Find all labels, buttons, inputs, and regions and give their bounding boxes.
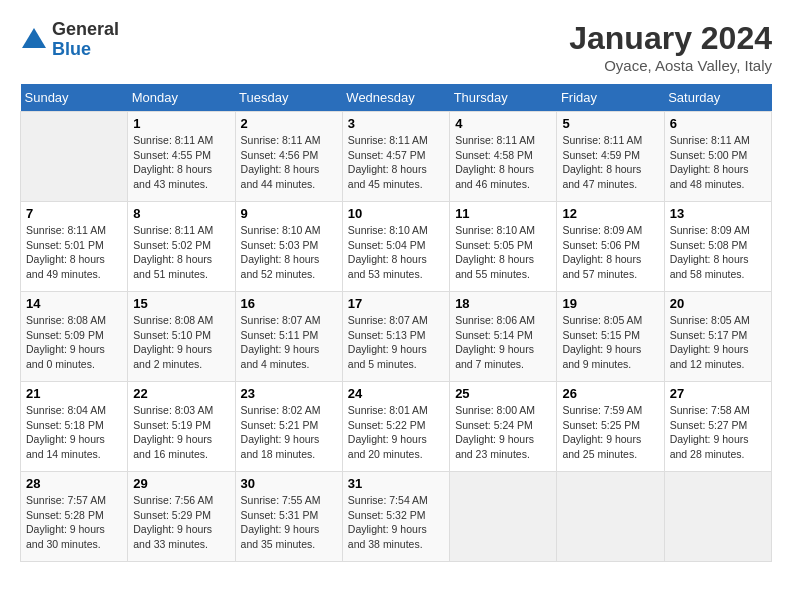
- calendar-cell: 1Sunrise: 8:11 AMSunset: 4:55 PMDaylight…: [128, 112, 235, 202]
- calendar-cell: [664, 472, 771, 562]
- calendar-cell: 27Sunrise: 7:58 AMSunset: 5:27 PMDayligh…: [664, 382, 771, 472]
- calendar-cell: 9Sunrise: 8:10 AMSunset: 5:03 PMDaylight…: [235, 202, 342, 292]
- day-info: Sunrise: 8:07 AMSunset: 5:11 PMDaylight:…: [241, 313, 337, 372]
- day-header-wednesday: Wednesday: [342, 84, 449, 112]
- day-info: Sunrise: 8:08 AMSunset: 5:09 PMDaylight:…: [26, 313, 122, 372]
- day-number: 12: [562, 206, 658, 221]
- svg-marker-0: [22, 28, 46, 48]
- day-info: Sunrise: 8:11 AMSunset: 4:57 PMDaylight:…: [348, 133, 444, 192]
- day-number: 13: [670, 206, 766, 221]
- calendar-cell: 19Sunrise: 8:05 AMSunset: 5:15 PMDayligh…: [557, 292, 664, 382]
- calendar-cell: 11Sunrise: 8:10 AMSunset: 5:05 PMDayligh…: [450, 202, 557, 292]
- day-info: Sunrise: 7:54 AMSunset: 5:32 PMDaylight:…: [348, 493, 444, 552]
- calendar-cell: 16Sunrise: 8:07 AMSunset: 5:11 PMDayligh…: [235, 292, 342, 382]
- calendar-cell: 8Sunrise: 8:11 AMSunset: 5:02 PMDaylight…: [128, 202, 235, 292]
- day-info: Sunrise: 7:55 AMSunset: 5:31 PMDaylight:…: [241, 493, 337, 552]
- week-row: 14Sunrise: 8:08 AMSunset: 5:09 PMDayligh…: [21, 292, 772, 382]
- day-info: Sunrise: 8:11 AMSunset: 4:58 PMDaylight:…: [455, 133, 551, 192]
- location: Oyace, Aosta Valley, Italy: [569, 57, 772, 74]
- calendar-cell: 26Sunrise: 7:59 AMSunset: 5:25 PMDayligh…: [557, 382, 664, 472]
- day-info: Sunrise: 8:08 AMSunset: 5:10 PMDaylight:…: [133, 313, 229, 372]
- day-info: Sunrise: 7:59 AMSunset: 5:25 PMDaylight:…: [562, 403, 658, 462]
- day-number: 4: [455, 116, 551, 131]
- day-number: 28: [26, 476, 122, 491]
- day-info: Sunrise: 8:10 AMSunset: 5:04 PMDaylight:…: [348, 223, 444, 282]
- day-info: Sunrise: 8:06 AMSunset: 5:14 PMDaylight:…: [455, 313, 551, 372]
- day-number: 22: [133, 386, 229, 401]
- day-number: 29: [133, 476, 229, 491]
- calendar-cell: 12Sunrise: 8:09 AMSunset: 5:06 PMDayligh…: [557, 202, 664, 292]
- day-info: Sunrise: 8:07 AMSunset: 5:13 PMDaylight:…: [348, 313, 444, 372]
- day-number: 11: [455, 206, 551, 221]
- day-header-thursday: Thursday: [450, 84, 557, 112]
- day-number: 3: [348, 116, 444, 131]
- calendar-cell: 21Sunrise: 8:04 AMSunset: 5:18 PMDayligh…: [21, 382, 128, 472]
- calendar-cell: 22Sunrise: 8:03 AMSunset: 5:19 PMDayligh…: [128, 382, 235, 472]
- calendar-cell: 14Sunrise: 8:08 AMSunset: 5:09 PMDayligh…: [21, 292, 128, 382]
- day-info: Sunrise: 8:05 AMSunset: 5:15 PMDaylight:…: [562, 313, 658, 372]
- calendar-cell: 23Sunrise: 8:02 AMSunset: 5:21 PMDayligh…: [235, 382, 342, 472]
- day-info: Sunrise: 8:05 AMSunset: 5:17 PMDaylight:…: [670, 313, 766, 372]
- day-info: Sunrise: 8:11 AMSunset: 5:01 PMDaylight:…: [26, 223, 122, 282]
- day-number: 6: [670, 116, 766, 131]
- month-title: January 2024: [569, 20, 772, 57]
- week-row: 28Sunrise: 7:57 AMSunset: 5:28 PMDayligh…: [21, 472, 772, 562]
- day-info: Sunrise: 8:11 AMSunset: 5:02 PMDaylight:…: [133, 223, 229, 282]
- calendar-cell: 3Sunrise: 8:11 AMSunset: 4:57 PMDaylight…: [342, 112, 449, 202]
- calendar-table: SundayMondayTuesdayWednesdayThursdayFrid…: [20, 84, 772, 562]
- calendar-cell: 6Sunrise: 8:11 AMSunset: 5:00 PMDaylight…: [664, 112, 771, 202]
- logo-blue: Blue: [52, 40, 119, 60]
- day-number: 27: [670, 386, 766, 401]
- day-number: 5: [562, 116, 658, 131]
- day-info: Sunrise: 8:10 AMSunset: 5:03 PMDaylight:…: [241, 223, 337, 282]
- calendar-cell: [21, 112, 128, 202]
- day-info: Sunrise: 8:11 AMSunset: 4:59 PMDaylight:…: [562, 133, 658, 192]
- day-info: Sunrise: 8:09 AMSunset: 5:08 PMDaylight:…: [670, 223, 766, 282]
- day-info: Sunrise: 8:00 AMSunset: 5:24 PMDaylight:…: [455, 403, 551, 462]
- calendar-cell: [450, 472, 557, 562]
- day-number: 23: [241, 386, 337, 401]
- day-number: 10: [348, 206, 444, 221]
- calendar-header: SundayMondayTuesdayWednesdayThursdayFrid…: [21, 84, 772, 112]
- day-info: Sunrise: 8:10 AMSunset: 5:05 PMDaylight:…: [455, 223, 551, 282]
- day-info: Sunrise: 8:03 AMSunset: 5:19 PMDaylight:…: [133, 403, 229, 462]
- day-info: Sunrise: 7:57 AMSunset: 5:28 PMDaylight:…: [26, 493, 122, 552]
- day-header-saturday: Saturday: [664, 84, 771, 112]
- day-number: 16: [241, 296, 337, 311]
- logo-general: General: [52, 20, 119, 40]
- day-number: 25: [455, 386, 551, 401]
- days-row: SundayMondayTuesdayWednesdayThursdayFrid…: [21, 84, 772, 112]
- day-info: Sunrise: 8:11 AMSunset: 5:00 PMDaylight:…: [670, 133, 766, 192]
- day-header-friday: Friday: [557, 84, 664, 112]
- page-header: General Blue January 2024 Oyace, Aosta V…: [20, 20, 772, 74]
- calendar-cell: 28Sunrise: 7:57 AMSunset: 5:28 PMDayligh…: [21, 472, 128, 562]
- day-info: Sunrise: 8:11 AMSunset: 4:55 PMDaylight:…: [133, 133, 229, 192]
- day-header-sunday: Sunday: [21, 84, 128, 112]
- day-number: 1: [133, 116, 229, 131]
- day-info: Sunrise: 8:01 AMSunset: 5:22 PMDaylight:…: [348, 403, 444, 462]
- week-row: 21Sunrise: 8:04 AMSunset: 5:18 PMDayligh…: [21, 382, 772, 472]
- day-info: Sunrise: 8:04 AMSunset: 5:18 PMDaylight:…: [26, 403, 122, 462]
- calendar-cell: 13Sunrise: 8:09 AMSunset: 5:08 PMDayligh…: [664, 202, 771, 292]
- day-number: 30: [241, 476, 337, 491]
- day-header-monday: Monday: [128, 84, 235, 112]
- day-number: 21: [26, 386, 122, 401]
- day-info: Sunrise: 7:58 AMSunset: 5:27 PMDaylight:…: [670, 403, 766, 462]
- title-block: January 2024 Oyace, Aosta Valley, Italy: [569, 20, 772, 74]
- calendar-cell: 31Sunrise: 7:54 AMSunset: 5:32 PMDayligh…: [342, 472, 449, 562]
- day-info: Sunrise: 8:11 AMSunset: 4:56 PMDaylight:…: [241, 133, 337, 192]
- week-row: 1Sunrise: 8:11 AMSunset: 4:55 PMDaylight…: [21, 112, 772, 202]
- calendar-cell: 5Sunrise: 8:11 AMSunset: 4:59 PMDaylight…: [557, 112, 664, 202]
- calendar-cell: 30Sunrise: 7:55 AMSunset: 5:31 PMDayligh…: [235, 472, 342, 562]
- day-number: 9: [241, 206, 337, 221]
- day-number: 18: [455, 296, 551, 311]
- day-info: Sunrise: 8:02 AMSunset: 5:21 PMDaylight:…: [241, 403, 337, 462]
- calendar-cell: 2Sunrise: 8:11 AMSunset: 4:56 PMDaylight…: [235, 112, 342, 202]
- logo-icon: [20, 26, 48, 54]
- calendar-cell: 25Sunrise: 8:00 AMSunset: 5:24 PMDayligh…: [450, 382, 557, 472]
- calendar-cell: 29Sunrise: 7:56 AMSunset: 5:29 PMDayligh…: [128, 472, 235, 562]
- day-number: 24: [348, 386, 444, 401]
- day-header-tuesday: Tuesday: [235, 84, 342, 112]
- day-number: 15: [133, 296, 229, 311]
- week-row: 7Sunrise: 8:11 AMSunset: 5:01 PMDaylight…: [21, 202, 772, 292]
